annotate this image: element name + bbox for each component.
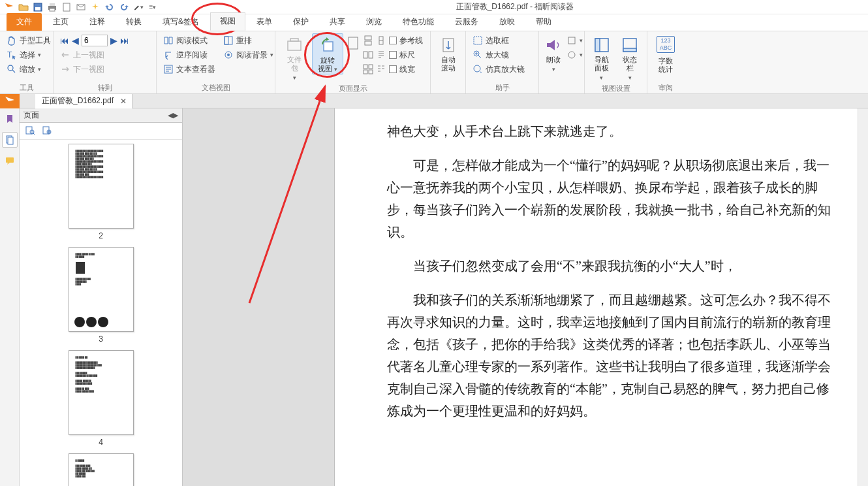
svg-rect-17 [324, 42, 333, 51]
loupe-label: 放大镜 [486, 50, 509, 61]
tab-form[interactable]: 表单 [247, 13, 282, 31]
mail-icon[interactable] [76, 2, 86, 12]
tab-annotate[interactable]: 注释 [80, 13, 115, 31]
tab-view[interactable]: 视图 [210, 12, 245, 31]
tab-protect[interactable]: 保护 [283, 13, 318, 31]
layout-facing-cont-button[interactable] [363, 62, 373, 76]
prev-view-label: 上一视图 [73, 50, 104, 61]
close-tab-icon[interactable]: ✕ [120, 97, 127, 106]
panel-collapse-icon[interactable]: ◀▶ [168, 111, 178, 120]
tab-browse[interactable]: 浏览 [356, 13, 392, 31]
reflow-button[interactable]: 重排 [221, 33, 276, 48]
save-icon[interactable] [33, 2, 43, 12]
tab-convert[interactable]: 转换 [116, 13, 151, 31]
tab-file[interactable]: 文件 [7, 13, 42, 31]
svg-rect-5 [50, 8, 55, 11]
svg-point-9 [8, 65, 13, 71]
vertical-scrollbar[interactable] [858, 108, 868, 486]
select-button[interactable]: T 选择 [4, 48, 54, 62]
thumbnail[interactable]: ████ █████ ██████ ██████████████████████… [69, 247, 134, 332]
svg-rect-29 [474, 37, 482, 44]
sparkle-icon[interactable] [90, 2, 101, 12]
hand-tool-button[interactable]: 手型工具 [4, 33, 54, 48]
nav-panel-label: 导航 面板 [595, 56, 609, 73]
svg-rect-32 [568, 37, 575, 44]
prev-page-icon[interactable]: ◀ [72, 35, 79, 46]
qat-more[interactable]: ≡ [147, 2, 158, 12]
tab-cloud[interactable]: 云服务 [445, 13, 488, 31]
page-number-input[interactable] [82, 35, 108, 46]
layout-single-button[interactable] [346, 33, 360, 50]
tab-special[interactable]: 特色功能 [393, 13, 444, 31]
svg-rect-21 [364, 52, 367, 58]
sidetab-pages[interactable] [2, 132, 18, 148]
read-bg-button[interactable]: 阅读背景 [221, 48, 276, 62]
sidetab-bookmark[interactable] [2, 111, 18, 127]
tab-home[interactable]: 主页 [43, 13, 78, 31]
tab-fill-sign[interactable]: 填写&签名 [153, 13, 209, 31]
layout-alt1-button[interactable] [376, 48, 386, 62]
status-bar-label: 状态 栏 [623, 56, 637, 73]
status-bar-button[interactable]: 状态 栏 [617, 33, 643, 82]
loupe-button[interactable]: 放大镜 [470, 48, 527, 62]
group-tools-label: 工具 [4, 82, 49, 93]
autoscroll-button[interactable]: 自动 滚动 [435, 33, 461, 73]
tab-help[interactable]: 帮助 [526, 13, 561, 31]
wordcount-button[interactable]: 123 ABC 字数 统计 [651, 33, 680, 74]
panel-tool-2-icon[interactable] [42, 125, 52, 137]
undo-icon[interactable] [104, 2, 115, 12]
group-helper-label: 助手 [470, 82, 535, 93]
text-viewer-button[interactable]: 文本查看器 [161, 62, 218, 76]
new-icon[interactable] [61, 2, 72, 12]
svg-marker-0 [5, 3, 13, 11]
paragraph: 当孩子们忽然变成了会用“不”来跟我抗衡的小“大人”时， [387, 255, 842, 277]
first-page-icon[interactable]: ⏮ [60, 35, 69, 46]
svg-point-31 [474, 65, 480, 72]
zoom-button[interactable]: 缩放 [4, 62, 54, 76]
tab-slideshow[interactable]: 放映 [489, 13, 525, 31]
svg-rect-22 [369, 52, 373, 58]
next-page-icon[interactable]: ▶ [110, 35, 117, 46]
ruler-checkbox[interactable]: 标尺 [389, 48, 423, 62]
tab-share[interactable]: 共享 [320, 13, 355, 31]
rotate-view-button[interactable]: 旋转 视图 [312, 33, 343, 74]
marquee-button[interactable]: 选取框 [470, 33, 527, 48]
prev-view-button[interactable]: 上一视图 [57, 48, 132, 62]
layout-alt2-button[interactable] [376, 62, 386, 76]
thumbnail[interactable]: █ ████████ ████ ███████ █████ ██████ ███… [69, 453, 134, 486]
document-tab-title: 正面管教_D1662.pdf [42, 95, 114, 106]
file-package-button[interactable]: 文件 包 [279, 33, 309, 82]
magnifier-button[interactable]: 仿真放大镜 [470, 62, 527, 76]
read-aloud-button[interactable]: 朗读 [543, 33, 564, 74]
reverse-read-button[interactable]: 逆序阅读 [161, 48, 218, 62]
read-aloud-label: 朗读 [546, 56, 561, 64]
sidetab-comments[interactable] [2, 153, 18, 169]
read-bg-label: 阅读背景 [236, 50, 268, 61]
document-tab[interactable]: 正面管教_D1662.pdf ✕ [35, 94, 132, 108]
audio-opt2[interactable] [566, 48, 583, 62]
magnifier-label: 仿真放大镜 [486, 64, 525, 75]
group-review-label: 审阅 [651, 82, 680, 93]
side-tab-strip [0, 108, 20, 486]
page-nav-row: ⏮ ◀ ▶ ⏭ [57, 33, 132, 48]
layout-facing-button[interactable] [363, 48, 373, 62]
last-page-icon[interactable]: ⏭ [120, 35, 129, 46]
audio-opt1[interactable] [566, 33, 583, 48]
guide-checkbox[interactable]: 参考线 [389, 33, 423, 48]
next-view-button[interactable]: 下一视图 [57, 62, 132, 76]
thumbnail[interactable]: ███████████████████████ ███ ███ ███ ████… [69, 144, 134, 229]
read-mode-button[interactable]: 阅读模式 [161, 33, 218, 48]
layout-cover-button[interactable] [376, 33, 386, 48]
ink-icon[interactable] [133, 2, 144, 12]
redo-icon[interactable] [119, 2, 129, 12]
next-view-label: 下一视图 [73, 64, 104, 75]
thumbnail[interactable]: ██ ████ ████████████████████████████████… [69, 350, 134, 435]
layout-continuous-button[interactable] [363, 33, 373, 48]
nav-panel-button[interactable]: 导航 面板 [589, 33, 615, 82]
print-icon[interactable] [47, 2, 57, 12]
panel-tools [20, 123, 182, 140]
open-icon[interactable] [18, 2, 29, 12]
linewidth-checkbox[interactable]: 线宽 [389, 62, 423, 76]
panel-tool-1-icon[interactable] [25, 125, 35, 137]
document-page[interactable]: 神色大变，从手术台上跳下来就逃走了。 可是，怎样做才能成为一个“懂行”的妈妈呢？… [334, 108, 868, 486]
